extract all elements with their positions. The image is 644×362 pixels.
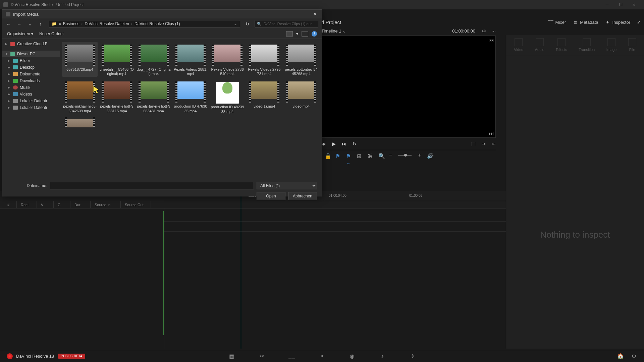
- match-icon[interactable]: ⬚: [471, 141, 476, 146]
- file-item[interactable]: video(1).mp4: [247, 79, 282, 114]
- go-start-icon[interactable]: ⇤: [492, 141, 496, 146]
- insp-tab-effects[interactable]: Effects: [556, 38, 567, 52]
- file-item[interactable]: video.mp4: [283, 79, 319, 114]
- file-item[interactable]: 657518728.mp4: [62, 42, 98, 77]
- expand-button[interactable]: ⤢: [637, 20, 641, 25]
- nav-back-icon[interactable]: ←: [6, 21, 11, 26]
- loop-icon[interactable]: ↻: [353, 141, 357, 146]
- info-button[interactable]: i: [312, 31, 317, 37]
- zoom-minus-icon[interactable]: −: [389, 152, 392, 158]
- file-item[interactable]: pexels-taryn-elliott-9683431.mp4: [136, 79, 171, 114]
- media-page-icon[interactable]: ▦: [228, 353, 235, 360]
- tree-dokumente[interactable]: ▶Dokumente: [2, 71, 60, 77]
- search-icon: 🔍: [257, 22, 262, 26]
- next-clip-icon[interactable]: ⏭: [342, 141, 346, 146]
- open-button[interactable]: Open: [257, 192, 285, 200]
- filetype-select[interactable]: All Files (*): [257, 182, 317, 189]
- playhead[interactable]: [241, 191, 241, 349]
- bc-dateien[interactable]: DaVinci Resolve Dateien: [85, 21, 129, 26]
- folder-tree: ▶Creative Cloud F ▼Dieser PC ▶Bilder ▶De…: [2, 39, 60, 179]
- zoom-icon[interactable]: 🔍: [378, 153, 383, 158]
- file-item[interactable]: pexels-taryn-elliott-9683115.mp4: [99, 79, 135, 114]
- lock-icon[interactable]: 🔒: [325, 153, 329, 158]
- view-thumbnails-button[interactable]: [286, 31, 293, 37]
- nav-forward-icon[interactable]: →: [16, 21, 22, 26]
- metadata-button[interactable]: ≣ Metadata: [573, 19, 598, 25]
- new-folder-button[interactable]: Neuer Ordner: [39, 32, 64, 36]
- bc-clips[interactable]: DaVinci Resolve Clips (1): [135, 21, 180, 26]
- filename-input[interactable]: [50, 182, 254, 189]
- fusion-page-icon[interactable]: ✦: [319, 353, 325, 360]
- jump-end-icon[interactable]: ⏭: [489, 131, 494, 136]
- deliver-page-icon[interactable]: ✈: [409, 353, 416, 360]
- viewer-screen[interactable]: ⏮ ⏭: [321, 36, 496, 138]
- file-item[interactable]: production ID 4823938.mp4: [210, 79, 245, 114]
- organize-dropdown[interactable]: Organisieren ▾: [7, 32, 33, 36]
- nav-recent-icon[interactable]: ⌄: [27, 21, 33, 26]
- file-item[interactable]: production ID 4763035.mp4: [173, 79, 208, 114]
- prev-clip-icon[interactable]: ⏮: [321, 141, 326, 146]
- file-item[interactable]: dog_-_4727 (Original).mp4: [136, 42, 171, 77]
- tree-this-pc[interactable]: ▼Dieser PC: [2, 51, 60, 57]
- tree-desktop[interactable]: ▶Desktop: [2, 64, 60, 71]
- tree-videos[interactable]: ▶Videos: [2, 91, 60, 98]
- zoom-slider[interactable]: [398, 155, 412, 156]
- fairlight-page-icon[interactable]: ♪: [379, 353, 386, 360]
- view-dropdown-icon[interactable]: ▾: [296, 32, 298, 36]
- tree-musik[interactable]: ▶Musik: [2, 84, 60, 91]
- zoom-plus-icon[interactable]: +: [418, 152, 421, 158]
- play-icon[interactable]: ▶: [332, 141, 336, 146]
- insp-tab-audio[interactable]: Audio: [535, 38, 544, 52]
- insp-tab-file[interactable]: File: [628, 38, 636, 52]
- file-item[interactable]: Pexels Videos 2881.mp4: [173, 42, 208, 77]
- nav-up-icon[interactable]: ↑: [38, 21, 43, 26]
- viewer-gear-icon[interactable]: ⚙: [482, 28, 486, 34]
- flag-blue2-icon[interactable]: ⚑ ⌄: [346, 153, 351, 158]
- file-item[interactable]: pexels-cottonbro-5445268.mp4: [283, 42, 319, 77]
- track-headers: V1 🔓 ⊞ ▭ A1 Audio 1 2.0 🔓 ⊞ S M 0 Clip: [0, 208, 164, 349]
- cancel-button[interactable]: Abbrechen: [288, 192, 317, 200]
- breadcrumb[interactable]: 📁 « Business › DaVinci Resolve Dateien ›…: [49, 20, 240, 27]
- file-item[interactable]: cheetah_-_53486 (Original).mp4: [99, 42, 135, 77]
- timeline-body[interactable]: [164, 208, 506, 349]
- edit-page-icon[interactable]: ⎯⎯: [288, 353, 295, 360]
- color-page-icon[interactable]: ◉: [349, 353, 356, 360]
- jump-start-icon[interactable]: ⏮: [489, 37, 494, 43]
- cut-page-icon[interactable]: ✂: [258, 353, 265, 360]
- tree-disk2[interactable]: ▶Lokaler Datentr: [2, 104, 60, 111]
- timeline-tab[interactable]: Timeline 1 ⌄: [321, 28, 346, 34]
- link-icon[interactable]: ⌘: [368, 153, 372, 158]
- file-item-partial[interactable]: [62, 117, 98, 129]
- minimize-button[interactable]: ─: [600, 1, 614, 9]
- tree-disk1[interactable]: ▶Lokaler Datentr: [2, 98, 60, 104]
- insp-tab-image[interactable]: Image: [606, 38, 617, 52]
- go-end-icon[interactable]: ⇥: [482, 141, 486, 146]
- insp-tab-video[interactable]: Video: [514, 38, 523, 52]
- tree-downloads[interactable]: ▶Downloads: [2, 77, 60, 84]
- file-item[interactable]: Pexels Videos 2786540.mp4: [210, 42, 245, 77]
- maximize-button[interactable]: ☐: [614, 1, 627, 9]
- dialog-close-button[interactable]: ✕: [312, 11, 318, 17]
- project-title: d Project: [321, 18, 496, 26]
- flag-blue-icon[interactable]: ⚑: [335, 153, 340, 158]
- refresh-icon[interactable]: ↻: [246, 21, 249, 26]
- search-input[interactable]: 🔍 DaVinci Resolve Clips (1) dur...: [255, 20, 318, 27]
- file-item[interactable]: Pexels Videos 2795731.mp4: [247, 42, 282, 77]
- file-item[interactable]: pexels-mikhail-nilov-6942639.mp4: [62, 79, 98, 114]
- insp-tab-transition[interactable]: Transition: [579, 38, 595, 52]
- viewer-more-icon[interactable]: ⋯: [491, 28, 496, 34]
- tree-bilder[interactable]: ▶Bilder: [2, 57, 60, 64]
- volume-icon[interactable]: 🔊: [427, 153, 432, 158]
- snap-icon[interactable]: ⊞: [357, 153, 362, 158]
- bc-dropdown-icon[interactable]: ⌄: [234, 21, 237, 26]
- metadata-label: Metadata: [580, 20, 598, 25]
- bc-business[interactable]: Business: [63, 21, 79, 26]
- view-list-button[interactable]: [302, 31, 308, 37]
- inspector-button[interactable]: ✦ Inspector: [605, 19, 630, 25]
- home-icon[interactable]: 🏠: [617, 353, 624, 360]
- file-grid: 657518728.mp4 cheetah_-_53486 (Original)…: [60, 39, 322, 179]
- settings-gear-icon[interactable]: ⚙: [631, 353, 637, 360]
- tree-creative-cloud[interactable]: ▶Creative Cloud F: [2, 41, 60, 47]
- mixer-button[interactable]: ⎺⎺ Mixer: [548, 19, 566, 25]
- close-window-button[interactable]: ✕: [627, 1, 641, 9]
